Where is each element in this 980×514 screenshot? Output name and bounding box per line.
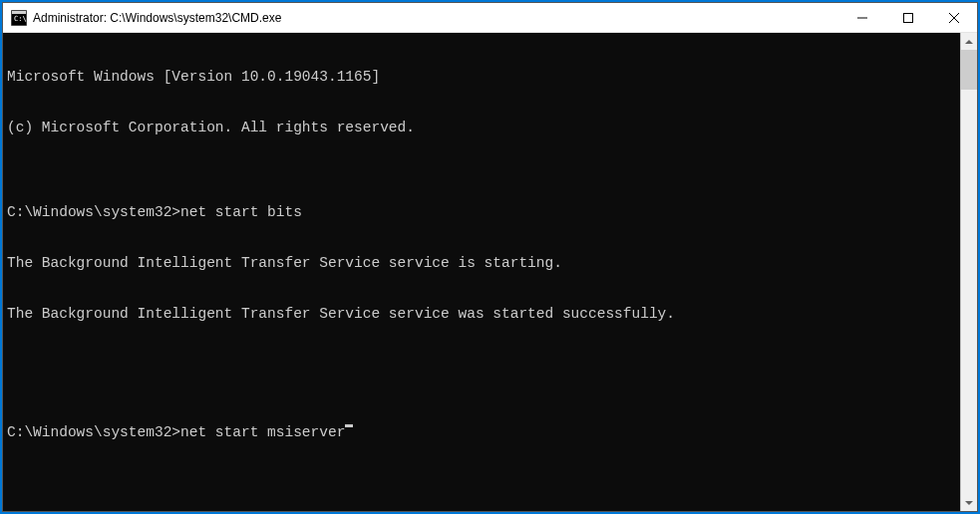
cursor — [345, 424, 353, 427]
cmd-icon: C:\ — [11, 10, 27, 26]
scroll-up-arrow[interactable] — [961, 33, 977, 50]
svg-marker-8 — [965, 501, 973, 505]
titlebar[interactable]: C:\ Administrator: C:\Windows\system32\C… — [3, 3, 977, 33]
svg-text:C:\: C:\ — [14, 15, 27, 23]
scroll-thumb[interactable] — [961, 50, 977, 90]
current-prompt-line: C:\Windows\system32>net start msiserver — [7, 424, 956, 441]
minimize-button[interactable] — [839, 3, 885, 32]
output-line: The Background Intelligent Transfer Serv… — [7, 255, 956, 272]
window-title: Administrator: C:\Windows\system32\CMD.e… — [33, 11, 839, 25]
output-line: Microsoft Windows [Version 10.0.19043.11… — [7, 69, 956, 86]
cmd-window: C:\ Administrator: C:\Windows\system32\C… — [2, 2, 978, 512]
svg-rect-4 — [904, 13, 913, 22]
svg-marker-7 — [965, 40, 973, 44]
maximize-button[interactable] — [885, 3, 931, 32]
window-controls — [839, 3, 977, 32]
svg-rect-1 — [12, 11, 26, 14]
command-input[interactable]: net start msiserver — [180, 424, 345, 441]
output-line: C:\Windows\system32>net start bits — [7, 204, 956, 221]
terminal-area: Microsoft Windows [Version 10.0.19043.11… — [3, 33, 977, 511]
output-line: The Background Intelligent Transfer Serv… — [7, 306, 956, 323]
scroll-down-arrow[interactable] — [961, 494, 977, 511]
prompt: C:\Windows\system32> — [7, 424, 180, 441]
output-line: (c) Microsoft Corporation. All rights re… — [7, 120, 956, 136]
vertical-scrollbar[interactable] — [960, 33, 977, 511]
scroll-track[interactable] — [961, 50, 977, 494]
close-button[interactable] — [931, 3, 977, 32]
terminal[interactable]: Microsoft Windows [Version 10.0.19043.11… — [3, 33, 960, 511]
